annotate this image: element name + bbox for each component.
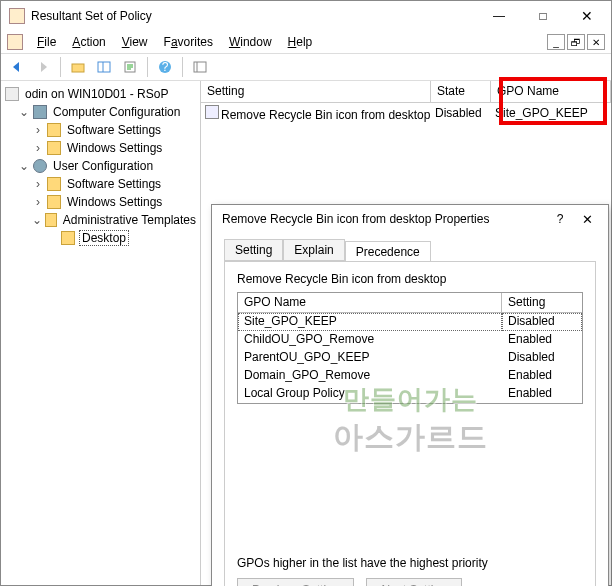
- computer-icon: [33, 105, 47, 119]
- watermark-line2: 아스가르드: [333, 417, 488, 458]
- setting-icon: [205, 105, 219, 119]
- grid-row[interactable]: ChildOU_GPO_RemoveEnabled: [238, 331, 582, 349]
- folder-icon: [45, 213, 57, 227]
- list-row[interactable]: Remove Recycle Bin icon from desktop Dis…: [201, 103, 611, 123]
- back-button[interactable]: [5, 56, 29, 78]
- folder-icon: [47, 123, 61, 137]
- tree-user-software[interactable]: ›Software Settings: [3, 175, 198, 193]
- dialog-title: Remove Recycle Bin icon from desktop Pro…: [222, 212, 548, 226]
- nav-buttons: Previous Setting Next Setting: [237, 578, 583, 586]
- next-setting-button: Next Setting: [366, 578, 461, 586]
- filter-button[interactable]: [188, 56, 212, 78]
- expand-icon[interactable]: ›: [31, 123, 45, 137]
- grid-col-setting[interactable]: Setting: [502, 293, 582, 312]
- tab-precedence[interactable]: Precedence: [345, 241, 431, 262]
- forward-button[interactable]: [31, 56, 55, 78]
- folder-icon: [47, 195, 61, 209]
- tree-label: Windows Settings: [65, 141, 164, 155]
- menubar: Filedocument.currentScript.previousSibli…: [1, 31, 611, 53]
- tree-pane[interactable]: odin on WIN10D01 - RSoP ⌄Computer Config…: [1, 81, 201, 585]
- setting-name: Remove Recycle Bin icon from desktop: [237, 272, 583, 286]
- tab-setting[interactable]: Setting: [224, 239, 283, 261]
- collapse-icon[interactable]: ⌄: [31, 213, 43, 227]
- tree-root-label: odin on WIN10D01 - RSoP: [23, 87, 170, 101]
- svg-rect-1: [98, 62, 110, 72]
- tree-root[interactable]: odin on WIN10D01 - RSoP: [3, 85, 198, 103]
- col-setting[interactable]: Setting: [201, 81, 431, 102]
- menu-favorites[interactable]: Favorites: [156, 33, 221, 51]
- tab-explain[interactable]: Explain: [283, 239, 344, 261]
- dialog-help-button[interactable]: ?: [548, 212, 572, 226]
- open-folder-button[interactable]: [66, 56, 90, 78]
- priority-hint: GPOs higher in the list have the highest…: [237, 556, 583, 570]
- row-state: Disabled: [431, 106, 491, 120]
- col-gpo[interactable]: GPO Name: [491, 81, 611, 102]
- tab-pane: Remove Recycle Bin icon from desktop GPO…: [224, 261, 596, 586]
- svg-rect-6: [194, 62, 206, 72]
- expand-icon[interactable]: ›: [31, 195, 45, 209]
- menu-file[interactable]: Filedocument.currentScript.previousSibli…: [29, 33, 64, 51]
- svg-text:?: ?: [162, 60, 169, 74]
- grid-row[interactable]: Domain_GPO_RemoveEnabled: [238, 367, 582, 385]
- close-child-button[interactable]: ✕: [587, 34, 605, 50]
- user-icon: [33, 159, 47, 173]
- grid-row[interactable]: Site_GPO_KEEPDisabled: [238, 313, 582, 331]
- menu-view[interactable]: View: [114, 33, 156, 51]
- col-state[interactable]: State: [431, 81, 491, 102]
- menu-action[interactable]: Action: [64, 33, 113, 51]
- help-button[interactable]: ?: [153, 56, 177, 78]
- row-gpo: Site_GPO_KEEP: [491, 106, 611, 120]
- tree-label: Software Settings: [65, 177, 163, 191]
- restore-child-button[interactable]: 🗗: [567, 34, 585, 50]
- tree-comp-windows[interactable]: ›Windows Settings: [3, 139, 198, 157]
- grid-col-gpo[interactable]: GPO Name: [238, 293, 502, 312]
- properties-button[interactable]: [118, 56, 142, 78]
- policy-icon: [5, 87, 19, 101]
- main-window: Resultant Set of Policy — □ ✕ Filedocume…: [0, 0, 612, 586]
- tree-label: Software Settings: [65, 123, 163, 137]
- app-icon: [9, 8, 25, 24]
- row-setting: Remove Recycle Bin icon from desktop: [221, 108, 430, 122]
- expand-icon[interactable]: ›: [31, 141, 45, 155]
- minimize-button[interactable]: —: [477, 2, 521, 30]
- minimize-child-button[interactable]: _: [547, 34, 565, 50]
- properties-dialog: Remove Recycle Bin icon from desktop Pro…: [211, 204, 609, 586]
- menu-window[interactable]: Window: [221, 33, 280, 51]
- grid-row[interactable]: ParentOU_GPO_KEEPDisabled: [238, 349, 582, 367]
- tree-label: Windows Settings: [65, 195, 164, 209]
- collapse-icon[interactable]: ⌄: [17, 105, 31, 119]
- grid-row[interactable]: Local Group PolicyEnabled: [238, 385, 582, 403]
- tree-desktop[interactable]: Desktop: [3, 229, 198, 247]
- tree-computer-config[interactable]: ⌄Computer Configuration: [3, 103, 198, 121]
- previous-setting-button: Previous Setting: [237, 578, 354, 586]
- expand-icon[interactable]: ›: [31, 177, 45, 191]
- dialog-close-button[interactable]: ✕: [572, 212, 602, 227]
- show-pane-button[interactable]: [92, 56, 116, 78]
- folder-icon: [47, 141, 61, 155]
- folder-icon: [47, 177, 61, 191]
- dialog-body: Setting Explain Precedence Remove Recycl…: [212, 233, 608, 586]
- precedence-grid[interactable]: GPO Name Setting Site_GPO_KEEPDisabled C…: [237, 292, 583, 404]
- body: odin on WIN10D01 - RSoP ⌄Computer Config…: [1, 81, 611, 585]
- tree-user-windows[interactable]: ›Windows Settings: [3, 193, 198, 211]
- tree-label: User Configuration: [51, 159, 155, 173]
- dialog-titlebar: Remove Recycle Bin icon from desktop Pro…: [212, 205, 608, 233]
- tree-comp-software[interactable]: ›Software Settings: [3, 121, 198, 139]
- tree-admin-templates[interactable]: ⌄Administrative Templates: [3, 211, 198, 229]
- menu-help[interactable]: Help: [280, 33, 321, 51]
- doc-icon: [7, 34, 23, 50]
- titlebar: Resultant Set of Policy — □ ✕: [1, 1, 611, 31]
- list-header: Setting State GPO Name: [201, 81, 611, 103]
- tree-label: Computer Configuration: [51, 105, 182, 119]
- tree-user-config[interactable]: ⌄User Configuration: [3, 157, 198, 175]
- collapse-icon[interactable]: ⌄: [17, 159, 31, 173]
- tabs: Setting Explain Precedence: [224, 239, 596, 261]
- svg-rect-0: [72, 64, 84, 72]
- toolbar: ?: [1, 53, 611, 81]
- maximize-button[interactable]: □: [521, 2, 565, 30]
- folder-icon: [61, 231, 75, 245]
- tree-label: Administrative Templates: [61, 213, 198, 227]
- tree-label-selected: Desktop: [79, 230, 129, 246]
- window-title: Resultant Set of Policy: [31, 9, 477, 23]
- close-button[interactable]: ✕: [565, 2, 609, 30]
